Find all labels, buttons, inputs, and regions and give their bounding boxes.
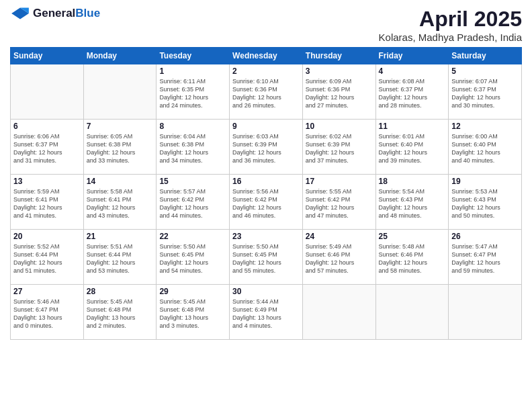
cell-3-1: 13Sunrise: 5:59 AM Sunset: 6:41 PM Dayli…: [11, 175, 84, 230]
col-friday: Friday: [375, 48, 449, 64]
day-number: 7: [87, 122, 154, 131]
day-number: 24: [306, 232, 373, 241]
day-info: Sunrise: 5:56 AM Sunset: 6:42 PM Dayligh…: [232, 187, 300, 220]
logo: GeneralBlue: [10, 7, 100, 20]
day-info: Sunrise: 5:44 AM Sunset: 6:49 PM Dayligh…: [232, 298, 300, 330]
cell-1-6: 4Sunrise: 6:08 AM Sunset: 6:37 PM Daylig…: [375, 64, 449, 120]
day-info: Sunrise: 6:00 AM Sunset: 6:40 PM Dayligh…: [451, 132, 519, 165]
day-number: 19: [451, 177, 519, 186]
day-number: 23: [232, 232, 300, 241]
cell-2-5: 10Sunrise: 6:02 AM Sunset: 6:39 PM Dayli…: [302, 120, 375, 175]
cell-2-6: 11Sunrise: 6:01 AM Sunset: 6:40 PM Dayli…: [375, 120, 449, 175]
day-info: Sunrise: 5:52 AM Sunset: 6:44 PM Dayligh…: [13, 242, 81, 275]
day-info: Sunrise: 6:07 AM Sunset: 6:37 PM Dayligh…: [451, 77, 519, 110]
cell-3-6: 18Sunrise: 5:54 AM Sunset: 6:43 PM Dayli…: [375, 175, 449, 230]
day-number: 16: [232, 177, 300, 186]
day-number: 14: [87, 177, 154, 186]
calendar-table: Sunday Monday Tuesday Wednesday Thursday…: [10, 47, 522, 340]
day-info: Sunrise: 5:50 AM Sunset: 6:45 PM Dayligh…: [232, 242, 300, 275]
cell-5-1: 27Sunrise: 5:46 AM Sunset: 6:47 PM Dayli…: [11, 285, 84, 340]
cell-4-1: 20Sunrise: 5:52 AM Sunset: 6:44 PM Dayli…: [11, 230, 84, 285]
day-info: Sunrise: 6:02 AM Sunset: 6:39 PM Dayligh…: [306, 132, 373, 165]
day-number: 13: [13, 177, 81, 186]
day-info: Sunrise: 5:50 AM Sunset: 6:45 PM Dayligh…: [159, 242, 226, 275]
day-info: Sunrise: 6:09 AM Sunset: 6:36 PM Dayligh…: [306, 77, 373, 110]
week-row-3: 13Sunrise: 5:59 AM Sunset: 6:41 PM Dayli…: [11, 175, 522, 230]
day-info: Sunrise: 6:11 AM Sunset: 6:35 PM Dayligh…: [159, 77, 226, 110]
day-info: Sunrise: 5:46 AM Sunset: 6:47 PM Dayligh…: [13, 298, 81, 330]
week-row-1: 1Sunrise: 6:11 AM Sunset: 6:35 PM Daylig…: [11, 64, 522, 120]
day-info: Sunrise: 6:04 AM Sunset: 6:38 PM Dayligh…: [159, 132, 226, 165]
day-number: 9: [232, 122, 300, 131]
calendar-body: 1Sunrise: 6:11 AM Sunset: 6:35 PM Daylig…: [11, 64, 522, 340]
day-info: Sunrise: 5:51 AM Sunset: 6:44 PM Dayligh…: [87, 242, 154, 275]
day-info: Sunrise: 6:08 AM Sunset: 6:37 PM Dayligh…: [379, 77, 446, 110]
day-number: 5: [451, 66, 519, 76]
day-info: Sunrise: 5:55 AM Sunset: 6:42 PM Dayligh…: [306, 187, 373, 220]
day-info: Sunrise: 5:48 AM Sunset: 6:46 PM Dayligh…: [379, 242, 446, 275]
cell-2-1: 6Sunrise: 6:06 AM Sunset: 6:37 PM Daylig…: [11, 120, 84, 175]
logo-general: General: [33, 7, 75, 19]
day-info: Sunrise: 6:06 AM Sunset: 6:37 PM Dayligh…: [13, 132, 81, 165]
logo-blue: Blue: [75, 7, 100, 19]
cell-2-7: 12Sunrise: 6:00 AM Sunset: 6:40 PM Dayli…: [449, 120, 522, 175]
day-info: Sunrise: 5:45 AM Sunset: 6:48 PM Dayligh…: [87, 298, 154, 330]
cell-1-7: 5Sunrise: 6:07 AM Sunset: 6:37 PM Daylig…: [449, 64, 522, 120]
day-info: Sunrise: 5:54 AM Sunset: 6:43 PM Dayligh…: [379, 187, 446, 220]
day-number: 11: [379, 122, 446, 131]
day-number: 8: [159, 122, 226, 131]
day-info: Sunrise: 5:49 AM Sunset: 6:46 PM Dayligh…: [306, 242, 373, 275]
cell-1-1: [11, 64, 84, 120]
col-saturday: Saturday: [449, 48, 522, 64]
cell-4-3: 22Sunrise: 5:50 AM Sunset: 6:45 PM Dayli…: [157, 230, 230, 285]
day-info: Sunrise: 6:01 AM Sunset: 6:40 PM Dayligh…: [379, 132, 446, 165]
cell-3-7: 19Sunrise: 5:53 AM Sunset: 6:43 PM Dayli…: [449, 175, 522, 230]
cell-4-7: 26Sunrise: 5:47 AM Sunset: 6:47 PM Dayli…: [449, 230, 522, 285]
page: GeneralBlue April 2025 Kolaras, Madhya P…: [0, 0, 532, 411]
title-location: Kolaras, Madhya Pradesh, India: [379, 32, 522, 43]
day-info: Sunrise: 5:57 AM Sunset: 6:42 PM Dayligh…: [159, 187, 226, 220]
col-tuesday: Tuesday: [157, 48, 230, 64]
day-number: 30: [232, 287, 300, 296]
cell-5-2: 28Sunrise: 5:45 AM Sunset: 6:48 PM Dayli…: [83, 285, 157, 340]
cell-4-6: 25Sunrise: 5:48 AM Sunset: 6:46 PM Dayli…: [375, 230, 449, 285]
day-number: 6: [13, 122, 81, 131]
cell-5-4: 30Sunrise: 5:44 AM Sunset: 6:49 PM Dayli…: [230, 285, 303, 340]
day-info: Sunrise: 5:59 AM Sunset: 6:41 PM Dayligh…: [13, 187, 81, 220]
cell-1-5: 3Sunrise: 6:09 AM Sunset: 6:36 PM Daylig…: [302, 64, 375, 120]
day-number: 20: [13, 232, 81, 241]
cell-4-2: 21Sunrise: 5:51 AM Sunset: 6:44 PM Dayli…: [83, 230, 157, 285]
title-block: April 2025 Kolaras, Madhya Pradesh, Indi…: [379, 7, 522, 43]
cell-5-5: [302, 285, 375, 340]
week-row-4: 20Sunrise: 5:52 AM Sunset: 6:44 PM Dayli…: [11, 230, 522, 285]
week-row-2: 6Sunrise: 6:06 AM Sunset: 6:37 PM Daylig…: [11, 120, 522, 175]
cell-2-3: 8Sunrise: 6:04 AM Sunset: 6:38 PM Daylig…: [157, 120, 230, 175]
day-info: Sunrise: 5:58 AM Sunset: 6:41 PM Dayligh…: [87, 187, 154, 220]
col-monday: Monday: [83, 48, 157, 64]
cell-4-5: 24Sunrise: 5:49 AM Sunset: 6:46 PM Dayli…: [302, 230, 375, 285]
day-number: 29: [159, 287, 226, 296]
cell-1-3: 1Sunrise: 6:11 AM Sunset: 6:35 PM Daylig…: [157, 64, 230, 120]
cell-5-3: 29Sunrise: 5:45 AM Sunset: 6:48 PM Dayli…: [157, 285, 230, 340]
day-number: 28: [87, 287, 154, 296]
day-info: Sunrise: 5:53 AM Sunset: 6:43 PM Dayligh…: [451, 187, 519, 220]
day-number: 25: [379, 232, 446, 241]
day-number: 22: [159, 232, 226, 241]
title-month: April 2025: [379, 7, 522, 32]
cell-2-2: 7Sunrise: 6:05 AM Sunset: 6:38 PM Daylig…: [83, 120, 157, 175]
col-wednesday: Wednesday: [230, 48, 303, 64]
day-number: 10: [306, 122, 373, 131]
day-number: 21: [87, 232, 154, 241]
day-number: 4: [379, 66, 446, 76]
cell-3-4: 16Sunrise: 5:56 AM Sunset: 6:42 PM Dayli…: [230, 175, 303, 230]
logo-icon: [10, 7, 30, 20]
cell-3-5: 17Sunrise: 5:55 AM Sunset: 6:42 PM Dayli…: [302, 175, 375, 230]
day-info: Sunrise: 5:45 AM Sunset: 6:48 PM Dayligh…: [159, 298, 226, 330]
cell-5-7: [449, 285, 522, 340]
header-row: Sunday Monday Tuesday Wednesday Thursday…: [11, 48, 522, 64]
col-sunday: Sunday: [11, 48, 84, 64]
day-number: 26: [451, 232, 519, 241]
day-number: 18: [379, 177, 446, 186]
header: GeneralBlue April 2025 Kolaras, Madhya P…: [10, 7, 522, 43]
calendar-header: Sunday Monday Tuesday Wednesday Thursday…: [11, 48, 522, 64]
